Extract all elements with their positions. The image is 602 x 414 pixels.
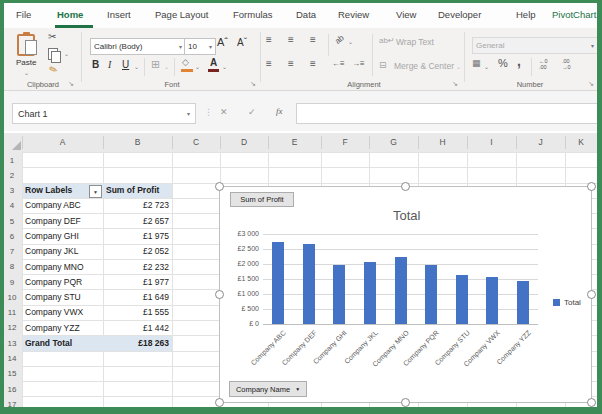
value-field-button[interactable]: Sum of Profit bbox=[230, 192, 294, 207]
grid-column-header-B[interactable]: B bbox=[103, 137, 172, 147]
chart-title[interactable]: Total bbox=[393, 208, 420, 223]
tab-view[interactable]: View bbox=[396, 9, 416, 20]
tab-help[interactable]: Help bbox=[516, 9, 536, 20]
middle-align-icon[interactable]: ≡ bbox=[288, 34, 294, 45]
grid-row-header-1[interactable]: 1 bbox=[4, 156, 20, 165]
shrink-font-icon[interactable]: Aˇ bbox=[237, 37, 247, 48]
pivot-row-label[interactable]: Company JKL bbox=[25, 244, 101, 259]
orientation-icon[interactable]: ab bbox=[333, 33, 346, 46]
pivot-row-label[interactable]: Company ABC bbox=[25, 198, 101, 213]
pivot-row-value[interactable]: £1 649 bbox=[103, 289, 169, 304]
bar-company-vwx[interactable] bbox=[486, 277, 498, 324]
accounting-format-icon[interactable]: ▦ bbox=[472, 58, 481, 68]
pivot-row-value[interactable]: £1 975 bbox=[103, 228, 169, 243]
formula-enter-icon[interactable]: ✓ bbox=[248, 107, 256, 117]
chart-handle-se[interactable] bbox=[587, 398, 596, 407]
grid-row-header-14[interactable]: 14 bbox=[4, 354, 20, 363]
grid-column-header-E[interactable]: E bbox=[268, 137, 321, 147]
orientation-dropdown-arrow[interactable]: ⌄ bbox=[348, 38, 353, 45]
pivot-row-value[interactable]: £1 555 bbox=[103, 305, 169, 320]
grid-row-header-9[interactable]: 9 bbox=[4, 278, 20, 287]
grid-row-header-2[interactable]: 2 bbox=[4, 171, 20, 180]
paste-button[interactable]: Paste ⌄ bbox=[12, 32, 42, 78]
pivot-row-value[interactable]: £2 723 bbox=[103, 198, 169, 213]
chart-handle-n[interactable] bbox=[401, 182, 410, 191]
accounting-dropdown-arrow[interactable]: ⌄ bbox=[484, 63, 489, 70]
pivot-row-label[interactable]: Company VWX bbox=[25, 305, 101, 320]
grid-column-header-G[interactable]: G bbox=[369, 137, 418, 147]
font-dialog-launcher[interactable]: ↘ bbox=[250, 80, 256, 88]
font-color-dropdown-arrow[interactable]: ⌄ bbox=[222, 63, 227, 70]
align-right-icon[interactable]: ≡ bbox=[310, 58, 316, 69]
tab-page-layout[interactable]: Page Layout bbox=[155, 9, 208, 20]
formula-cancel-icon[interactable]: ✕ bbox=[220, 107, 228, 117]
bar-company-abc[interactable] bbox=[272, 242, 284, 324]
align-left-icon[interactable]: ≡ bbox=[266, 58, 272, 69]
bar-company-ghi[interactable] bbox=[333, 265, 345, 324]
format-painter-icon[interactable]: ✎ bbox=[47, 63, 59, 76]
bar-company-pqr[interactable] bbox=[425, 265, 437, 324]
pivot-row-value[interactable]: £2 232 bbox=[103, 259, 169, 274]
axis-field-button[interactable]: Company Name ▼ bbox=[229, 381, 307, 397]
comma-style-icon[interactable]: , bbox=[517, 53, 521, 69]
pivot-row-value[interactable]: £1 442 bbox=[103, 320, 169, 335]
underline-dropdown-arrow[interactable]: ⌄ bbox=[134, 63, 139, 70]
decrease-indent-icon[interactable]: ←≡ bbox=[332, 59, 345, 68]
bar-company-def[interactable] bbox=[303, 244, 315, 324]
grid-column-header-I[interactable]: I bbox=[467, 137, 516, 147]
pivot-row-value[interactable]: £2 657 bbox=[103, 213, 169, 228]
number-format-combo[interactable]: General▾ bbox=[472, 37, 598, 54]
merge-center-label[interactable]: Merge & Center bbox=[394, 61, 454, 71]
pivot-row-value[interactable]: £1 977 bbox=[103, 274, 169, 289]
select-all-corner[interactable] bbox=[12, 141, 21, 150]
italic-button[interactable]: I bbox=[108, 59, 111, 70]
chart-handle-s[interactable] bbox=[401, 398, 410, 407]
decrease-decimal-icon[interactable]: .00→0 bbox=[562, 59, 571, 70]
chart-handle-w[interactable] bbox=[215, 290, 224, 299]
grid-row-header-16[interactable]: 16 bbox=[4, 385, 20, 394]
grow-font-icon[interactable]: Aˆ bbox=[217, 36, 228, 48]
borders-dropdown-arrow[interactable]: ⌄ bbox=[164, 63, 169, 70]
pivot-row-label[interactable]: Company PQR bbox=[25, 274, 101, 289]
grid-column-header-D[interactable]: D bbox=[220, 137, 268, 147]
fill-color-dropdown-arrow[interactable]: ⌄ bbox=[195, 63, 200, 70]
chart-handle-nw[interactable] bbox=[215, 182, 224, 191]
chart-handle-sw[interactable] bbox=[215, 398, 224, 407]
grid-row-header-3[interactable]: 3 bbox=[4, 186, 20, 195]
grid-column-header-J[interactable]: J bbox=[516, 137, 565, 147]
tab-insert[interactable]: Insert bbox=[107, 9, 131, 20]
pivot-row-value[interactable]: £2 052 bbox=[103, 244, 169, 259]
merge-center-dropdown-arrow[interactable]: ⌄ bbox=[456, 63, 461, 70]
center-icon[interactable]: ≡ bbox=[288, 58, 294, 69]
clipboard-dialog-launcher[interactable]: ↘ bbox=[68, 80, 74, 88]
grid-row-header-4[interactable]: 4 bbox=[4, 201, 20, 210]
name-box[interactable]: Chart 1 ▾ bbox=[12, 103, 196, 124]
borders-icon[interactable]: ⊞ bbox=[151, 58, 160, 71]
top-align-icon[interactable]: ≡ bbox=[266, 34, 272, 45]
tab-data[interactable]: Data bbox=[296, 9, 316, 20]
grid-row-header-11[interactable]: 11 bbox=[4, 308, 20, 317]
formula-input[interactable] bbox=[296, 103, 602, 124]
number-dialog-launcher[interactable]: ↘ bbox=[588, 80, 594, 88]
tab-review[interactable]: Review bbox=[338, 9, 369, 20]
bar-company-stu[interactable] bbox=[456, 275, 468, 324]
alignment-dialog-launcher[interactable]: ↘ bbox=[452, 80, 458, 88]
grid-column-header-A[interactable]: A bbox=[22, 137, 103, 147]
pivot-row-label[interactable]: Company STU bbox=[25, 289, 101, 304]
font-color-icon[interactable]: A bbox=[210, 57, 217, 68]
grid-row-header-8[interactable]: 8 bbox=[4, 262, 20, 271]
percent-style-icon[interactable]: % bbox=[498, 57, 508, 69]
wrap-text-label[interactable]: Wrap Text bbox=[396, 37, 434, 47]
merge-center-icon[interactable]: ⊟ bbox=[379, 60, 387, 70]
increase-decimal-icon[interactable]: ←0.00 bbox=[539, 59, 548, 70]
grid-column-header-H[interactable]: H bbox=[418, 137, 467, 147]
chart-handle-e[interactable] bbox=[587, 290, 596, 299]
bottom-align-icon[interactable]: ≡ bbox=[310, 34, 316, 45]
bar-company-yzz[interactable] bbox=[517, 281, 529, 324]
chart-legend[interactable]: Total bbox=[553, 298, 581, 307]
pivot-row-label[interactable]: Company MNO bbox=[25, 259, 101, 274]
grid-row-header-15[interactable]: 15 bbox=[4, 369, 20, 378]
fill-color-icon[interactable]: ◇ bbox=[182, 57, 189, 67]
font-size-combo[interactable]: 10▾ bbox=[184, 38, 216, 55]
name-box-dropdown-arrow[interactable]: ▾ bbox=[187, 110, 190, 117]
